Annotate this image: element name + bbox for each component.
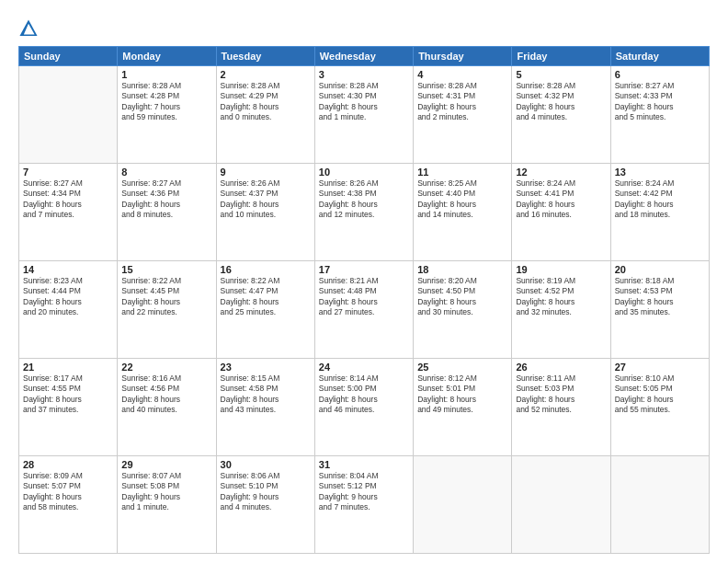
day-number: 7 [23,167,113,178]
calendar-table: SundayMondayTuesdayWednesdayThursdayFrid… [18,46,710,554]
day-number: 17 [319,264,409,275]
calendar-cell: 19Sunrise: 8:19 AMSunset: 4:52 PMDayligh… [512,261,610,359]
day-number: 13 [615,167,705,178]
weekday-header-friday: Friday [512,47,610,66]
day-number: 1 [121,69,211,80]
calendar-week-row: 28Sunrise: 8:09 AMSunset: 5:07 PMDayligh… [19,456,710,554]
day-info: Sunrise: 8:20 AMSunset: 4:50 PMDaylight:… [417,276,507,318]
weekday-header-tuesday: Tuesday [216,47,314,66]
day-number: 26 [516,362,606,373]
calendar-cell: 1Sunrise: 8:28 AMSunset: 4:28 PMDaylight… [118,66,216,164]
day-info: Sunrise: 8:11 AMSunset: 5:03 PMDaylight:… [516,373,606,416]
day-info: Sunrise: 8:25 AMSunset: 4:40 PMDaylight:… [417,178,507,221]
page: SundayMondayTuesdayWednesdayThursdayFrid… [0,0,728,563]
day-info: Sunrise: 8:24 AMSunset: 4:41 PMDaylight:… [516,178,606,221]
day-number: 11 [417,167,507,178]
day-number: 25 [417,362,507,373]
day-number: 9 [221,167,311,178]
day-number: 28 [23,459,113,470]
day-number: 14 [23,264,113,275]
calendar-cell: 7Sunrise: 8:27 AMSunset: 4:34 PMDaylight… [19,164,118,261]
calendar-cell: 14Sunrise: 8:23 AMSunset: 4:44 PMDayligh… [19,261,118,359]
day-info: Sunrise: 8:07 AMSunset: 5:08 PMDaylight:… [121,471,211,513]
weekday-header-thursday: Thursday [414,47,512,66]
calendar-cell: 27Sunrise: 8:10 AMSunset: 5:05 PMDayligh… [610,359,709,456]
day-number: 19 [516,264,606,275]
calendar-cell: 3Sunrise: 8:28 AMSunset: 4:30 PMDaylight… [314,66,413,164]
calendar-cell: 24Sunrise: 8:14 AMSunset: 5:00 PMDayligh… [314,359,413,456]
day-info: Sunrise: 8:15 AMSunset: 4:58 PMDaylight:… [221,373,311,416]
calendar-cell: 12Sunrise: 8:24 AMSunset: 4:41 PMDayligh… [512,164,610,261]
day-info: Sunrise: 8:09 AMSunset: 5:07 PMDaylight:… [23,471,113,513]
day-number: 30 [221,459,311,470]
day-number: 15 [121,264,211,275]
calendar-cell [19,66,118,164]
day-info: Sunrise: 8:26 AMSunset: 4:38 PMDaylight:… [319,178,409,221]
calendar-cell: 17Sunrise: 8:21 AMSunset: 4:48 PMDayligh… [314,261,413,359]
day-number: 20 [615,264,705,275]
day-info: Sunrise: 8:22 AMSunset: 4:47 PMDaylight:… [221,276,311,318]
calendar-cell: 9Sunrise: 8:26 AMSunset: 4:37 PMDaylight… [216,164,314,261]
day-number: 5 [516,69,606,80]
day-number: 31 [319,459,409,470]
calendar-cell: 11Sunrise: 8:25 AMSunset: 4:40 PMDayligh… [414,164,512,261]
day-number: 24 [319,362,409,373]
day-info: Sunrise: 8:16 AMSunset: 4:56 PMDaylight:… [121,373,211,416]
day-info: Sunrise: 8:28 AMSunset: 4:30 PMDaylight:… [319,81,409,123]
day-number: 4 [417,69,507,80]
calendar-cell: 8Sunrise: 8:27 AMSunset: 4:36 PMDaylight… [118,164,216,261]
day-info: Sunrise: 8:19 AMSunset: 4:52 PMDaylight:… [516,276,606,318]
weekday-header-monday: Monday [118,47,216,66]
day-info: Sunrise: 8:24 AMSunset: 4:42 PMDaylight:… [615,178,705,221]
calendar-cell: 25Sunrise: 8:12 AMSunset: 5:01 PMDayligh… [414,359,512,456]
day-number: 2 [221,69,311,80]
day-number: 16 [221,264,311,275]
calendar-cell: 18Sunrise: 8:20 AMSunset: 4:50 PMDayligh… [414,261,512,359]
day-number: 12 [516,167,606,178]
calendar-week-row: 1Sunrise: 8:28 AMSunset: 4:28 PMDaylight… [19,66,710,164]
day-number: 27 [615,362,705,373]
day-info: Sunrise: 8:26 AMSunset: 4:37 PMDaylight:… [221,178,311,221]
day-number: 21 [23,362,113,373]
calendar-cell: 20Sunrise: 8:18 AMSunset: 4:53 PMDayligh… [610,261,709,359]
calendar-week-row: 14Sunrise: 8:23 AMSunset: 4:44 PMDayligh… [19,261,710,359]
logo [18,18,40,39]
calendar-cell: 22Sunrise: 8:16 AMSunset: 4:56 PMDayligh… [118,359,216,456]
day-info: Sunrise: 8:27 AMSunset: 4:34 PMDaylight:… [23,178,113,221]
calendar-cell: 6Sunrise: 8:27 AMSunset: 4:33 PMDaylight… [610,66,709,164]
calendar-cell: 30Sunrise: 8:06 AMSunset: 5:10 PMDayligh… [216,456,314,554]
weekday-header-row: SundayMondayTuesdayWednesdayThursdayFrid… [19,47,710,66]
calendar-cell: 16Sunrise: 8:22 AMSunset: 4:47 PMDayligh… [216,261,314,359]
day-info: Sunrise: 8:27 AMSunset: 4:33 PMDaylight:… [615,81,705,123]
calendar-cell: 5Sunrise: 8:28 AMSunset: 4:32 PMDaylight… [512,66,610,164]
logo-icon [18,18,39,39]
weekday-header-saturday: Saturday [610,47,709,66]
calendar-cell: 23Sunrise: 8:15 AMSunset: 4:58 PMDayligh… [216,359,314,456]
day-number: 23 [221,362,311,373]
calendar-cell: 31Sunrise: 8:04 AMSunset: 5:12 PMDayligh… [314,456,413,554]
calendar-cell: 26Sunrise: 8:11 AMSunset: 5:03 PMDayligh… [512,359,610,456]
calendar-cell [414,456,512,554]
calendar-cell [610,456,709,554]
day-number: 3 [319,69,409,80]
calendar-week-row: 7Sunrise: 8:27 AMSunset: 4:34 PMDaylight… [19,164,710,261]
day-info: Sunrise: 8:12 AMSunset: 5:01 PMDaylight:… [417,373,507,416]
day-info: Sunrise: 8:14 AMSunset: 5:00 PMDaylight:… [319,373,409,416]
day-info: Sunrise: 8:10 AMSunset: 5:05 PMDaylight:… [615,373,705,416]
calendar-cell: 21Sunrise: 8:17 AMSunset: 4:55 PMDayligh… [19,359,118,456]
day-info: Sunrise: 8:06 AMSunset: 5:10 PMDaylight:… [221,471,311,513]
day-info: Sunrise: 8:28 AMSunset: 4:32 PMDaylight:… [516,81,606,123]
header [18,15,710,39]
day-number: 29 [121,459,211,470]
calendar-cell: 4Sunrise: 8:28 AMSunset: 4:31 PMDaylight… [414,66,512,164]
day-number: 8 [121,167,211,178]
weekday-header-sunday: Sunday [19,47,118,66]
day-info: Sunrise: 8:04 AMSunset: 5:12 PMDaylight:… [319,471,409,513]
day-info: Sunrise: 8:22 AMSunset: 4:45 PMDaylight:… [121,276,211,318]
calendar-cell: 10Sunrise: 8:26 AMSunset: 4:38 PMDayligh… [314,164,413,261]
day-number: 10 [319,167,409,178]
weekday-header-wednesday: Wednesday [314,47,413,66]
day-info: Sunrise: 8:18 AMSunset: 4:53 PMDaylight:… [615,276,705,318]
day-info: Sunrise: 8:28 AMSunset: 4:28 PMDaylight:… [121,81,211,123]
calendar-cell: 29Sunrise: 8:07 AMSunset: 5:08 PMDayligh… [118,456,216,554]
